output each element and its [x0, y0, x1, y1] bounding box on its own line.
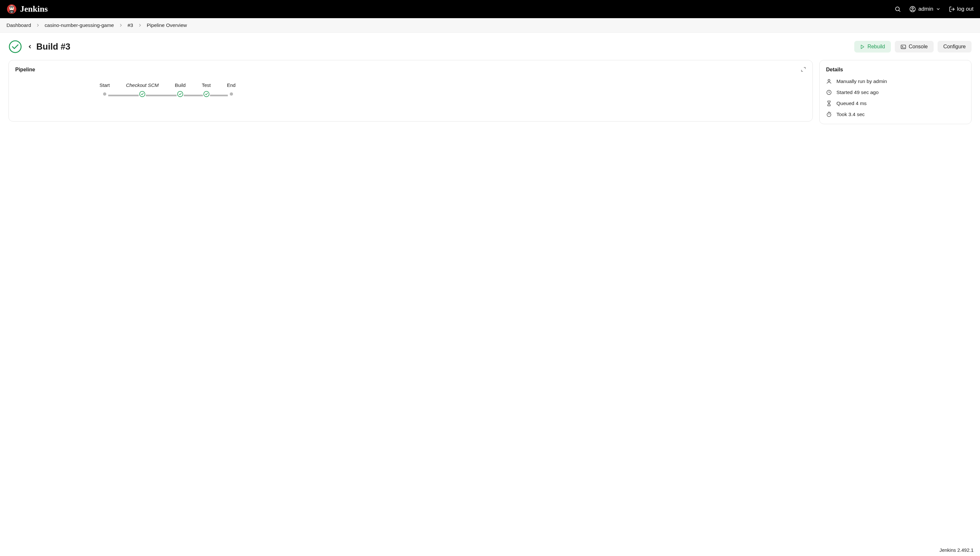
- expand-icon[interactable]: [801, 67, 806, 72]
- stage-success-node: [203, 91, 210, 98]
- detail-row: Started 49 sec ago: [826, 89, 965, 95]
- detail-text: Queued 4 ms: [837, 100, 867, 106]
- pipeline-stage: Start: [100, 82, 110, 98]
- check-circle-icon: [139, 91, 145, 97]
- configure-button[interactable]: Configure: [938, 41, 972, 53]
- check-circle-icon: [203, 91, 210, 97]
- chevron-down-icon: [936, 7, 940, 11]
- user-circle-icon: [909, 6, 916, 12]
- stage-terminal-node: [228, 91, 235, 98]
- pipeline-card: Pipeline StartCheckout SCMBuildTestEnd: [8, 60, 813, 121]
- title-row: Build #3 Rebuild Console Configure: [0, 33, 980, 59]
- hourglass-icon: [826, 100, 832, 106]
- svg-point-5: [12, 8, 13, 8]
- jenkins-logo-icon: [6, 4, 17, 14]
- breadcrumb-bar: Dashboard casino-number-guessing-game #3…: [0, 18, 980, 33]
- stage-label: Start: [100, 82, 110, 88]
- breadcrumb-project[interactable]: casino-number-guessing-game: [45, 23, 114, 28]
- detail-text: Manually run by admin: [837, 78, 887, 84]
- breadcrumb-overview[interactable]: Pipeline Overview: [147, 23, 187, 28]
- pipeline-stage[interactable]: Build: [175, 82, 185, 98]
- check-circle-icon: [177, 91, 184, 97]
- detail-text: Started 49 sec ago: [837, 89, 878, 95]
- username: admin: [919, 6, 933, 12]
- stage-label: Build: [175, 82, 185, 88]
- user-icon: [826, 78, 832, 84]
- page-title: Build #3: [36, 42, 70, 52]
- stage-dot-icon: [103, 92, 106, 95]
- stage-label: End: [227, 82, 235, 88]
- top-header: Jenkins admin log out: [0, 0, 980, 18]
- detail-row: Took 3.4 sec: [826, 112, 965, 117]
- pipeline-graph: StartCheckout SCMBuildTestEnd: [100, 82, 235, 98]
- header-right: admin log out: [895, 6, 974, 12]
- detail-text: Took 3.4 sec: [837, 112, 865, 117]
- user-menu[interactable]: admin: [909, 6, 940, 12]
- details-list: Manually run by adminStarted 49 sec agoQ…: [826, 78, 965, 117]
- title-actions: Rebuild Console Configure: [854, 41, 972, 53]
- logout-icon: [949, 6, 955, 12]
- pipeline-stage[interactable]: Test: [202, 82, 211, 98]
- stage-terminal-node: [101, 91, 108, 98]
- detail-row: Queued 4 ms: [826, 100, 965, 106]
- svg-point-16: [177, 91, 183, 97]
- configure-label: Configure: [943, 44, 966, 50]
- play-icon: [860, 44, 865, 49]
- pipeline-stage[interactable]: Checkout SCM: [126, 82, 159, 98]
- svg-point-3: [10, 6, 14, 8]
- rebuild-button[interactable]: Rebuild: [854, 41, 891, 53]
- build-status-success-icon: [8, 40, 22, 53]
- back-chevron-icon[interactable]: [27, 43, 32, 50]
- chevron-right-icon: [119, 23, 123, 27]
- content: Pipeline StartCheckout SCMBuildTestEnd D…: [0, 59, 980, 133]
- logout-link[interactable]: log out: [949, 6, 974, 12]
- stopwatch-icon: [826, 112, 832, 117]
- svg-point-15: [140, 91, 145, 97]
- svg-point-17: [203, 91, 209, 97]
- stage-success-node: [177, 91, 184, 98]
- detail-row: Manually run by admin: [826, 78, 965, 84]
- stage-success-node: [139, 91, 146, 98]
- breadcrumb-dashboard[interactable]: Dashboard: [6, 23, 31, 28]
- svg-point-4: [10, 8, 11, 8]
- chevron-right-icon: [138, 23, 142, 27]
- svg-marker-12: [861, 45, 864, 48]
- pipeline-card-title: Pipeline: [15, 67, 806, 73]
- svg-rect-13: [901, 45, 906, 48]
- svg-line-7: [899, 10, 900, 12]
- rebuild-label: Rebuild: [867, 44, 885, 50]
- details-card-title: Details: [826, 67, 965, 73]
- stage-dot-icon: [230, 92, 233, 95]
- svg-point-9: [912, 8, 913, 9]
- breadcrumb-build[interactable]: #3: [128, 23, 133, 28]
- logo-area[interactable]: Jenkins: [6, 4, 48, 14]
- svg-point-11: [10, 41, 21, 53]
- app-name: Jenkins: [20, 4, 48, 14]
- breadcrumb: Dashboard casino-number-guessing-game #3…: [6, 23, 974, 28]
- stage-label: Checkout SCM: [126, 82, 159, 88]
- logout-label: log out: [957, 6, 974, 12]
- title-left: Build #3: [8, 40, 70, 53]
- details-card: Details Manually run by adminStarted 49 …: [819, 60, 972, 124]
- pipeline-stage: End: [227, 82, 235, 98]
- svg-point-18: [828, 79, 830, 81]
- terminal-icon: [901, 44, 906, 50]
- clock-icon: [826, 89, 832, 95]
- chevron-right-icon: [35, 23, 40, 27]
- pipeline-stages: StartCheckout SCMBuildTestEnd: [100, 82, 235, 98]
- console-label: Console: [909, 44, 928, 50]
- console-button[interactable]: Console: [895, 41, 934, 53]
- stage-label: Test: [202, 82, 211, 88]
- search-icon[interactable]: [895, 6, 901, 12]
